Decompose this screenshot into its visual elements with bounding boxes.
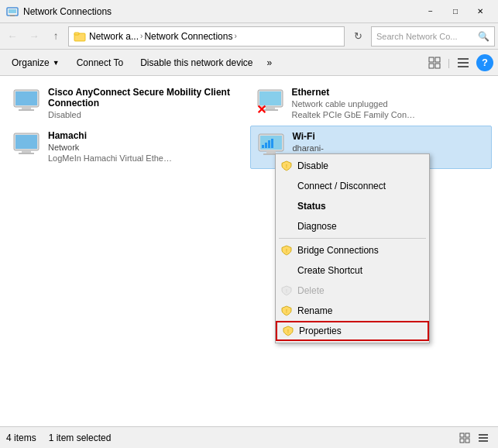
details-icon <box>457 57 469 69</box>
error-icon: ✕ <box>256 104 266 116</box>
close-button[interactable]: ✕ <box>469 3 492 20</box>
ctx-separator1 <box>279 238 426 239</box>
svg-rect-33 <box>268 140 270 148</box>
ctx-disable[interactable]: ! Disable <box>276 156 429 176</box>
ctx-delete-label: Delete <box>297 285 325 296</box>
list-item[interactable]: Cisco AnyConnect Secure Mobility Client … <box>6 82 249 124</box>
network-status: Network cable unplugged <box>292 99 416 109</box>
search-box[interactable]: Search Network Co... 🔍 <box>371 26 495 47</box>
network-status: Network <box>48 143 172 152</box>
ctx-rename-label: Rename <box>297 305 332 316</box>
svg-rect-46 <box>479 440 488 442</box>
svg-rect-3 <box>9 15 15 16</box>
shield-icon-properties: ! <box>282 325 294 337</box>
svg-text:!: ! <box>286 288 287 294</box>
status-view-btn2[interactable] <box>475 429 492 446</box>
ctx-rename[interactable]: ! Rename <box>276 301 429 321</box>
network-item-icon <box>11 130 42 161</box>
svg-rect-42 <box>460 439 464 443</box>
ctx-delete[interactable]: ! Delete <box>276 281 429 301</box>
titlebar: Network Connections − □ ✕ <box>0 0 498 23</box>
search-icon: 🔍 <box>478 31 489 42</box>
svg-rect-45 <box>479 437 488 439</box>
path-part1: Network a... <box>89 31 139 42</box>
svg-rect-44 <box>479 434 488 436</box>
ctx-connect-label: Connect / Disconnect <box>297 181 386 191</box>
list-view-icon <box>478 432 489 443</box>
svg-rect-40 <box>460 433 464 437</box>
status-view-btn1[interactable] <box>456 429 473 446</box>
svg-rect-2 <box>10 16 15 16</box>
network-item-text: Ethernet Network cable unplugged Realtek… <box>292 87 416 119</box>
network-item-text: Cisco AnyConnect Secure Mobility Client … <box>48 87 244 119</box>
svg-rect-41 <box>465 433 469 437</box>
network-name: Cisco AnyConnect Secure Mobility Client … <box>48 87 244 109</box>
selection-count: 1 item selected <box>49 432 112 443</box>
network-name: Wi-Fi <box>293 131 324 142</box>
change-view-button[interactable] <box>424 53 445 73</box>
organize-button[interactable]: Organize ▼ <box>5 53 67 73</box>
up-button[interactable]: ↑ <box>46 27 65 46</box>
connect-to-button[interactable]: Connect To <box>70 53 131 73</box>
window-title: Network Connections <box>23 6 419 17</box>
list-item[interactable]: Hamachi Network LogMeIn Hamachi Virtual … <box>6 126 249 169</box>
connect-to-label: Connect To <box>77 57 124 68</box>
ctx-diagnose-label: Diagnose <box>297 221 337 232</box>
ctx-connect-disconnect[interactable]: Connect / Disconnect <box>276 176 429 196</box>
svg-rect-9 <box>435 64 440 68</box>
svg-rect-8 <box>429 64 434 68</box>
addressbar: ← → ↑ Network a... › Network Connections… <box>0 23 498 50</box>
network-detail: LogMeIn Hamachi Virtual Etherne... <box>48 153 172 163</box>
maximize-button[interactable]: □ <box>444 3 467 20</box>
titlebar-controls: − □ ✕ <box>419 3 492 20</box>
refresh-button[interactable]: ↻ <box>348 26 368 47</box>
item-count: 4 items <box>6 432 36 443</box>
svg-rect-10 <box>458 58 469 60</box>
grid-view-icon <box>459 432 470 443</box>
ctx-shortcut[interactable]: Create Shortcut <box>276 260 429 281</box>
shield-icon-bridge: ! <box>280 244 293 257</box>
address-chevron1: › <box>140 32 143 40</box>
svg-text:!: ! <box>287 329 289 334</box>
view-icon <box>428 57 441 69</box>
details-view-button[interactable] <box>453 53 473 73</box>
ctx-bridge[interactable]: ! Bridge Connections <box>276 240 429 260</box>
back-button[interactable]: ← <box>3 27 22 46</box>
ctx-status[interactable]: Status <box>276 196 429 216</box>
shield-icon-rename: ! <box>280 305 293 317</box>
network-detail: Realtek PCIe GbE Family Controller <box>292 110 416 119</box>
svg-rect-24 <box>22 150 31 153</box>
network-item-text: Hamachi Network LogMeIn Hamachi Virtual … <box>48 130 172 163</box>
address-box[interactable]: Network a... › Network Connections › <box>68 26 345 47</box>
list-item[interactable]: ✕ Ethernet Network cable unplugged Realt… <box>250 82 493 124</box>
svg-rect-15 <box>22 107 31 109</box>
content-area: Cisco AnyConnect Secure Mobility Client … <box>0 76 498 426</box>
svg-rect-5 <box>74 33 79 35</box>
ctx-status-label: Status <box>297 201 326 212</box>
svg-rect-7 <box>435 57 440 62</box>
ctx-disable-label: Disable <box>297 160 328 171</box>
forward-button[interactable]: → <box>25 27 43 46</box>
disable-button[interactable]: Disable this network device <box>133 53 259 73</box>
search-placeholder: Search Network Co... <box>376 32 458 41</box>
context-menu: ! Disable Connect / Disconnect Status Di… <box>275 153 430 343</box>
svg-rect-25 <box>19 153 34 154</box>
ctx-shortcut-label: Create Shortcut <box>297 265 362 276</box>
view-divider: | <box>448 57 450 68</box>
svg-rect-31 <box>262 145 264 148</box>
svg-rect-43 <box>465 439 469 443</box>
ctx-properties-label: Properties <box>299 326 342 336</box>
statusbar: 4 items 1 item selected <box>0 426 498 448</box>
network-status: Disabled <box>48 110 172 119</box>
window-icon <box>6 5 19 18</box>
more-button[interactable]: » <box>263 53 276 73</box>
svg-text:!: ! <box>286 248 287 253</box>
ctx-properties[interactable]: ! Properties <box>276 321 429 341</box>
ctx-bridge-label: Bridge Connections <box>297 245 379 256</box>
network-name: Hamachi <box>48 130 172 141</box>
minimize-button[interactable]: − <box>419 3 442 20</box>
svg-rect-32 <box>265 143 267 148</box>
ctx-diagnose[interactable]: Diagnose <box>276 216 429 236</box>
svg-rect-11 <box>458 62 469 64</box>
help-button[interactable]: ? <box>476 54 493 71</box>
